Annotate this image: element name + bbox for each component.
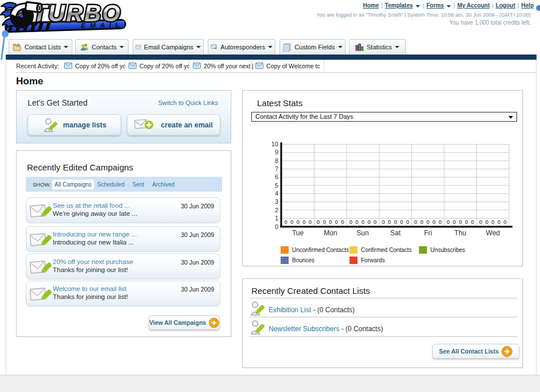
svg-text:5: 5 [275, 182, 278, 189]
svg-text:0: 0 [446, 219, 449, 225]
svg-text:6: 6 [275, 173, 278, 180]
svg-text:0: 0 [394, 219, 397, 225]
svg-text:0: 0 [355, 219, 358, 225]
svg-text:0: 0 [382, 219, 384, 225]
svg-text:0: 0 [479, 219, 482, 225]
svg-text:0: 0 [367, 219, 370, 225]
svg-text:2: 2 [275, 207, 278, 214]
svg-text:0: 0 [349, 219, 352, 225]
svg-text:Wed: Wed [486, 229, 500, 237]
svg-text:0: 0 [275, 223, 278, 230]
svg-text:0: 0 [335, 219, 338, 225]
svg-text:0: 0 [302, 219, 305, 225]
svg-text:0: 0 [323, 219, 326, 225]
svg-text:0: 0 [438, 219, 441, 225]
svg-text:0: 0 [459, 219, 462, 225]
svg-text:0: 0 [290, 219, 293, 225]
svg-text:0: 0 [498, 219, 500, 225]
svg-text:0: 0 [329, 219, 332, 225]
svg-text:Sun: Sun [356, 229, 368, 237]
svg-text:TURBO: TURBO [33, 1, 122, 26]
svg-text:0: 0 [426, 219, 429, 225]
svg-text:Sat: Sat [390, 229, 401, 237]
svg-text:8: 8 [275, 157, 278, 164]
svg-text:0: 0 [465, 219, 468, 225]
svg-text:4: 4 [275, 190, 278, 197]
svg-text:7: 7 [275, 165, 278, 172]
svg-text:Fri: Fri [424, 229, 432, 237]
svg-text:0: 0 [388, 219, 391, 225]
svg-text:10: 10 [271, 141, 278, 148]
svg-text:0: 0 [503, 219, 506, 225]
svg-text:0: 0 [485, 219, 488, 225]
svg-text:0: 0 [414, 219, 417, 225]
svg-text:0: 0 [374, 219, 376, 225]
svg-text:Tue: Tue [292, 229, 304, 237]
svg-text:0: 0 [400, 219, 403, 225]
svg-text:0: 0 [317, 219, 320, 225]
svg-text:0: 0 [341, 219, 344, 225]
svg-text:0: 0 [309, 219, 312, 225]
svg-text:9: 9 [275, 149, 278, 156]
svg-text:Thu: Thu [454, 229, 467, 237]
svg-text:0: 0 [453, 219, 456, 225]
svg-text:0: 0 [471, 219, 474, 225]
svg-text:0: 0 [297, 219, 300, 225]
svg-text:0: 0 [420, 219, 423, 225]
svg-text:3: 3 [275, 198, 278, 205]
svg-text:Mon: Mon [324, 229, 337, 237]
svg-text:1: 1 [275, 215, 278, 222]
svg-text:0: 0 [362, 219, 364, 225]
svg-text:0: 0 [491, 219, 494, 225]
svg-text:0: 0 [284, 219, 287, 225]
svg-text:0: 0 [406, 219, 409, 225]
svg-text:0: 0 [433, 219, 436, 225]
